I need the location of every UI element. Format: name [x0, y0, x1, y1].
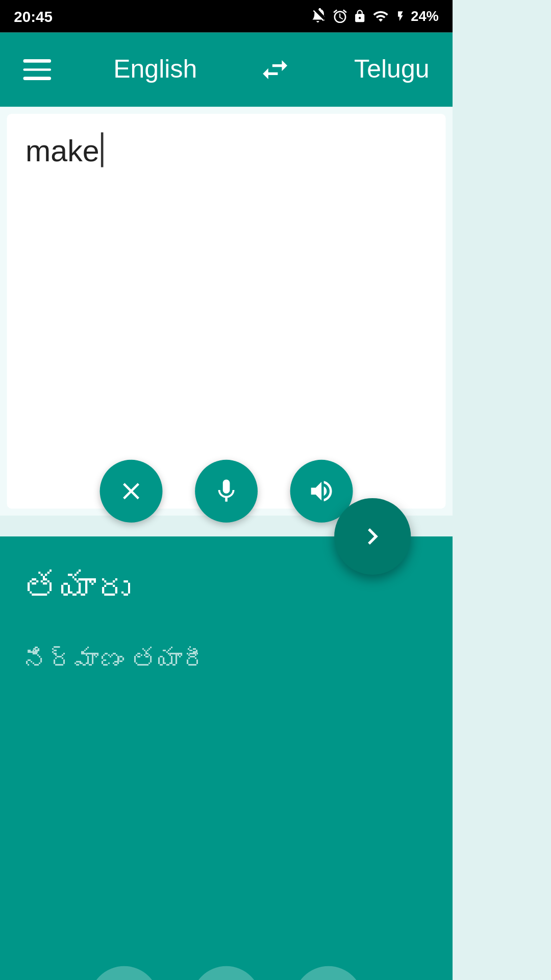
status-time: 20:45	[14, 8, 53, 25]
menu-button[interactable]	[23, 60, 51, 80]
input-box[interactable]: make	[7, 114, 446, 508]
microphone-button[interactable]	[195, 460, 258, 523]
output-actions	[0, 966, 453, 980]
secondary-translation: నిర్మాణం తయారీ	[23, 641, 429, 679]
status-bar: 20:45 24%	[0, 0, 453, 33]
clear-button[interactable]	[100, 460, 163, 523]
input-text: make	[26, 132, 427, 172]
status-icons: 24%	[311, 8, 439, 24]
favorite-button[interactable]	[294, 966, 363, 980]
text-cursor	[101, 132, 103, 167]
header-bar: English Telugu	[0, 33, 453, 107]
main-content: make తయారు నిర్మాణం తయారీ	[0, 107, 453, 980]
copy-button[interactable]	[89, 966, 159, 980]
share-button[interactable]	[191, 966, 261, 980]
translate-button[interactable]	[334, 498, 411, 575]
input-section: make	[0, 107, 453, 516]
output-section: తయారు నిర్మాణం తయారీ	[0, 536, 453, 980]
source-language-label[interactable]: English	[113, 55, 197, 85]
target-language-label[interactable]: Telugu	[354, 55, 430, 85]
battery-level: 24%	[411, 8, 439, 24]
swap-languages-button[interactable]	[259, 54, 292, 86]
